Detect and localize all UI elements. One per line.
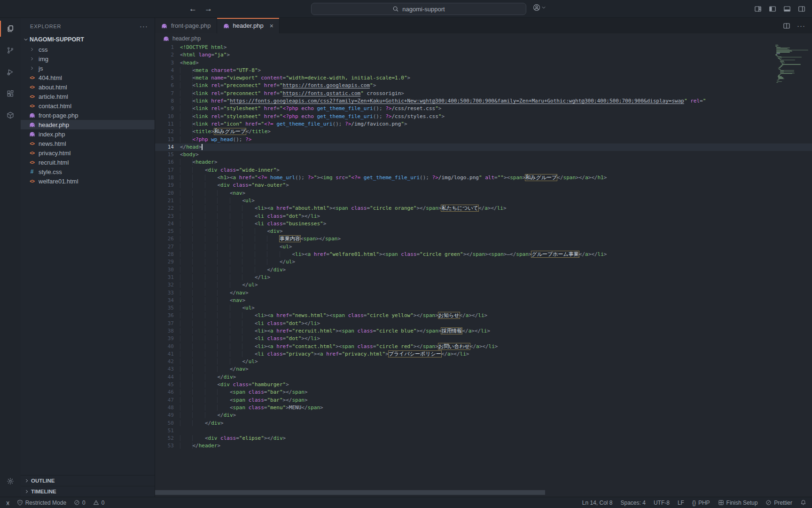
file-img[interactable]: img xyxy=(21,54,155,64)
status-lf[interactable]: LF xyxy=(678,500,684,506)
panel-right-icon[interactable] xyxy=(798,5,805,13)
code-line-45[interactable]: 45 <div class="hamburger"> xyxy=(155,381,812,389)
file-header.php[interactable]: header.php xyxy=(21,120,155,129)
code-line-1[interactable]: 1<!DOCTYPE html> xyxy=(155,44,812,51)
code-line-20[interactable]: 20 <nav> xyxy=(155,190,812,197)
code-line-46[interactable]: 46 <span class="bar"></span> xyxy=(155,389,812,396)
code-line-52[interactable]: 52 <div class="elipse"></div> xyxy=(155,435,812,442)
activity-extensions[interactable] xyxy=(0,83,21,104)
code-line-6[interactable]: 6 <link rel="preconnect" href="https://f… xyxy=(155,82,812,89)
code-line-5[interactable]: 5 <meta name="viewport" content="width=d… xyxy=(155,74,812,82)
file-about.html[interactable]: <>about.html xyxy=(21,82,155,92)
activity-source-control[interactable] xyxy=(0,40,21,61)
status-finish-setup[interactable]: Finish Setup xyxy=(718,500,758,506)
account-menu[interactable] xyxy=(533,4,546,11)
status-utf-8[interactable]: UTF-8 xyxy=(654,500,670,506)
code-line-29[interactable]: 29 </ul> xyxy=(155,258,812,266)
code-line-13[interactable]: 13 <?php wp_head(); ?> xyxy=(155,136,812,143)
code-line-3[interactable]: 3<head> xyxy=(155,59,812,67)
code-line-28[interactable]: 28 <li><a href="welfare01.html"><span cl… xyxy=(155,251,812,258)
code-line-22[interactable]: 22 <li><a href="about.html"><span class=… xyxy=(155,205,812,212)
project-root-folder[interactable]: NAGOMI-SUPPORT xyxy=(21,34,155,45)
code-line-25[interactable]: 25 <div> xyxy=(155,228,812,235)
code-line-38[interactable]: 38 <li><a href="recruit.html"><span clas… xyxy=(155,327,812,335)
minimap[interactable] xyxy=(775,45,809,83)
file-index.php[interactable]: index.php xyxy=(21,129,155,139)
file-contact.html[interactable]: <>contact.html xyxy=(21,101,155,111)
code-line-4[interactable]: 4 <meta charset="UTF-8"> xyxy=(155,67,812,74)
code-line-35[interactable]: 35 <ul> xyxy=(155,304,812,312)
code-line-36[interactable]: 36 <li><a href="news.html"><span class="… xyxy=(155,312,812,319)
code-line-40[interactable]: 40 <li><a href="contact.html"><span clas… xyxy=(155,343,812,350)
status-spaces-4[interactable]: Spaces: 4 xyxy=(621,500,646,506)
code-line-42[interactable]: 42 </ul> xyxy=(155,358,812,365)
status-remote[interactable]: >< xyxy=(6,500,9,505)
file-front-page.php[interactable]: front-page.php xyxy=(21,111,155,120)
person-icon[interactable] xyxy=(533,4,540,11)
explorer-more-actions-icon[interactable]: ··· xyxy=(140,22,148,30)
activity-cube[interactable] xyxy=(0,104,21,126)
activity-gear[interactable] xyxy=(0,470,21,492)
code-line-44[interactable]: 44 </div> xyxy=(155,373,812,381)
close-icon[interactable]: × xyxy=(270,22,273,30)
code-line-12[interactable]: 12 <title>和みグループ</title> xyxy=(155,128,812,135)
customize-layout-icon[interactable] xyxy=(754,5,762,13)
status-restricted-mode[interactable]: Restricted Mode xyxy=(17,500,66,506)
panel-bottom-icon[interactable] xyxy=(783,5,791,13)
code-line-30[interactable]: 30 </div> xyxy=(155,266,812,274)
code-line-43[interactable]: 43 </nav> xyxy=(155,365,812,373)
status-ln-14-col-8[interactable]: Ln 14, Col 8 xyxy=(582,500,613,506)
code-line-39[interactable]: 39 <li class="dot"></li> xyxy=(155,335,812,342)
activity-files[interactable] xyxy=(0,18,21,40)
code-line-23[interactable]: 23 <li class="dot"></li> xyxy=(155,213,812,220)
code-line-21[interactable]: 21 <ul> xyxy=(155,197,812,205)
code-line-16[interactable]: 16 <header> xyxy=(155,159,812,166)
status-0[interactable]: 0 xyxy=(74,500,86,506)
section-outline[interactable]: OUTLINE xyxy=(21,475,155,486)
status-php[interactable]: {}PHP xyxy=(692,500,710,506)
code-line-14[interactable]: 14</head> xyxy=(155,143,812,151)
file-article.html[interactable]: <>article.html xyxy=(21,92,155,101)
code-line-26[interactable]: 26 事業内容<span></span> xyxy=(155,235,812,243)
code-line-7[interactable]: 7 <link rel="preconnect" href="https://f… xyxy=(155,90,812,97)
code-line-53[interactable]: 53 </header> xyxy=(155,442,812,450)
code-line-51[interactable]: 51 xyxy=(155,427,812,435)
file-welfare01.html[interactable]: <>welfare01.html xyxy=(21,176,155,186)
horizontal-scrollbar[interactable] xyxy=(155,490,812,495)
code-line-31[interactable]: 31 </li> xyxy=(155,274,812,281)
panel-left-icon[interactable] xyxy=(769,5,776,13)
arrow-left-icon[interactable]: ← xyxy=(189,5,197,13)
code-line-49[interactable]: 49 </div> xyxy=(155,412,812,419)
command-center-search[interactable]: nagomi-support xyxy=(311,3,526,15)
code-line-32[interactable]: 32 </ul> xyxy=(155,281,812,289)
status-prettier[interactable]: Prettier xyxy=(765,500,792,506)
status-bell[interactable] xyxy=(800,500,806,506)
arrow-right-icon[interactable]: → xyxy=(204,5,212,13)
breadcrumb[interactable]: header.php xyxy=(155,33,812,44)
code-line-18[interactable]: 18 <h1><a href="<?= home_url(); ?>"><img… xyxy=(155,174,812,182)
activity-debug[interactable] xyxy=(0,61,21,83)
code-line-9[interactable]: 9 <link rel="stylesheet" href="<?php ech… xyxy=(155,105,812,112)
code-line-8[interactable]: 8 <link href="https://fonts.googleapis.c… xyxy=(155,97,812,105)
code-line-19[interactable]: 19 <div class="nav-outer"> xyxy=(155,182,812,189)
scrollbar-thumb[interactable] xyxy=(155,490,545,495)
tab-header.php[interactable]: header.php× xyxy=(217,18,280,33)
tab-front-page.php[interactable]: front-page.php xyxy=(155,18,217,33)
file-news.html[interactable]: <>news.html xyxy=(21,139,155,148)
file-404.html[interactable]: <>404.html xyxy=(21,73,155,82)
code-line-24[interactable]: 24 <li class="businesses"> xyxy=(155,220,812,228)
code-line-50[interactable]: 50 </div> xyxy=(155,420,812,427)
file-js[interactable]: js xyxy=(21,64,155,73)
code-line-33[interactable]: 33 </nav> xyxy=(155,289,812,297)
code-editor[interactable]: 1<!DOCTYPE html>2<html lang="ja">3<head>… xyxy=(155,44,812,497)
code-line-47[interactable]: 47 <span class="bar"></span> xyxy=(155,397,812,404)
code-line-11[interactable]: 11 <link rel="icon" href="<?= get_theme_… xyxy=(155,120,812,128)
file-privacy.html[interactable]: <>privacy.html xyxy=(21,148,155,158)
code-line-48[interactable]: 48 <span class="menu">MENU</span> xyxy=(155,404,812,412)
code-line-41[interactable]: 41 <li class="privacy"><a href="privacy.… xyxy=(155,350,812,358)
code-line-34[interactable]: 34 <nav> xyxy=(155,297,812,304)
split-editor-icon[interactable] xyxy=(783,22,790,30)
code-line-37[interactable]: 37 <li class="dot"></li> xyxy=(155,320,812,327)
status-0[interactable]: 0 xyxy=(93,500,105,506)
file-style.css[interactable]: #style.css xyxy=(21,167,155,176)
